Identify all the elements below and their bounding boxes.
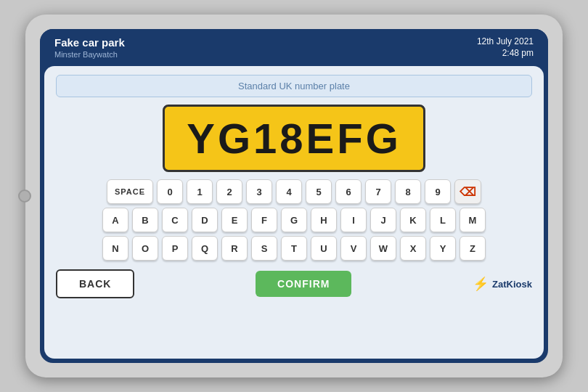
header: Fake car park Minster Baywatch 12th July…	[40, 29, 548, 66]
car-park-location: Minster Baywatch	[54, 50, 125, 59]
key-8[interactable]: 8	[395, 179, 421, 204]
key-P[interactable]: P	[162, 236, 188, 261]
key-A[interactable]: A	[102, 208, 128, 232]
key-S[interactable]: S	[251, 236, 277, 261]
device-side-button[interactable]	[18, 189, 31, 203]
keyboard-row-1: SPACE 0 1 2 3 4 5 6 7 8 9 ⌫	[56, 179, 532, 204]
key-3[interactable]: 3	[246, 179, 272, 204]
key-1[interactable]: 1	[187, 179, 213, 204]
key-J[interactable]: J	[370, 208, 396, 232]
key-L[interactable]: L	[430, 208, 456, 232]
key-Y[interactable]: Y	[430, 236, 456, 261]
keyboard-row-2: A B C D E F G H I J K L M	[56, 208, 532, 232]
key-space[interactable]: SPACE	[107, 179, 153, 204]
key-E[interactable]: E	[221, 208, 248, 232]
key-V[interactable]: V	[340, 236, 367, 261]
key-B[interactable]: B	[132, 208, 158, 232]
back-button[interactable]: BACK	[56, 269, 134, 298]
key-I[interactable]: I	[340, 208, 367, 232]
bottom-bar: BACK CONFIRM ⚡ ZatKiosk	[56, 269, 532, 298]
key-M[interactable]: M	[460, 208, 486, 232]
date-display: 12th July 2021	[477, 36, 534, 46]
time-display: 2:48 pm	[477, 48, 534, 58]
car-park-name: Fake car park	[54, 36, 125, 49]
zatkiosk-icon: ⚡	[473, 276, 489, 292]
key-9[interactable]: 9	[425, 179, 451, 204]
key-6[interactable]: 6	[335, 179, 362, 204]
key-O[interactable]: O	[132, 236, 158, 261]
key-D[interactable]: D	[192, 208, 218, 232]
key-W[interactable]: W	[370, 236, 396, 261]
keyboard: SPACE 0 1 2 3 4 5 6 7 8 9 ⌫ A B C	[56, 179, 532, 261]
header-right: 12th July 2021 2:48 pm	[477, 36, 534, 58]
key-G[interactable]: G	[281, 208, 307, 232]
key-H[interactable]: H	[311, 208, 337, 232]
zatkiosk-logo: ⚡ ZatKiosk	[473, 276, 532, 292]
key-R[interactable]: R	[221, 236, 248, 261]
key-backspace[interactable]: ⌫	[454, 179, 481, 204]
zatkiosk-name: ZatKiosk	[492, 279, 532, 290]
confirm-button[interactable]: CONFIRM	[256, 271, 351, 297]
key-7[interactable]: 7	[365, 179, 391, 204]
key-Q[interactable]: Q	[192, 236, 218, 261]
header-left: Fake car park Minster Baywatch	[54, 36, 125, 59]
plate-type-bar: Standard UK number plate	[56, 75, 532, 97]
number-plate-text: YG18EFG	[187, 114, 401, 163]
key-U[interactable]: U	[311, 236, 337, 261]
key-N[interactable]: N	[102, 236, 128, 261]
key-F[interactable]: F	[251, 208, 277, 232]
number-plate: YG18EFG	[163, 105, 425, 172]
key-0[interactable]: 0	[157, 179, 183, 204]
key-Z[interactable]: Z	[460, 236, 486, 261]
key-5[interactable]: 5	[306, 179, 332, 204]
keyboard-row-3: N O P Q R S T U V W X Y Z	[56, 236, 532, 261]
key-C[interactable]: C	[162, 208, 188, 232]
device-screen: Fake car park Minster Baywatch 12th July…	[40, 29, 548, 363]
content-area: Standard UK number plate YG18EFG SPACE 0…	[44, 66, 544, 359]
key-K[interactable]: K	[400, 208, 426, 232]
key-T[interactable]: T	[281, 236, 307, 261]
key-4[interactable]: 4	[276, 179, 302, 204]
key-2[interactable]: 2	[216, 179, 242, 204]
key-X[interactable]: X	[400, 236, 426, 261]
device-outer: Fake car park Minster Baywatch 12th July…	[25, 15, 563, 377]
